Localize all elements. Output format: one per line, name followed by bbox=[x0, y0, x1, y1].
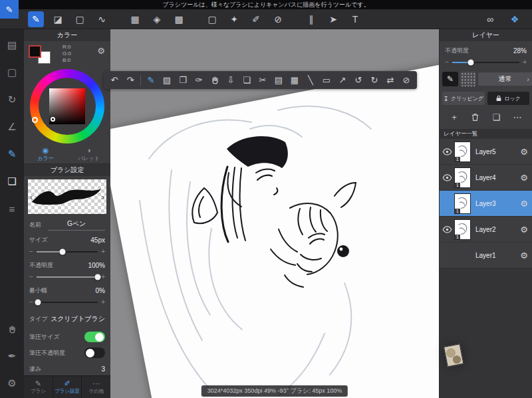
rotate-reset-icon[interactable]: ↻ bbox=[4, 92, 20, 108]
settings-icon[interactable]: ⚙ bbox=[4, 375, 20, 391]
slider-plus[interactable]: + bbox=[101, 249, 105, 255]
slider-handle[interactable] bbox=[59, 249, 65, 255]
export-icon[interactable]: ↗ bbox=[336, 74, 348, 86]
list-icon[interactable]: ≡ bbox=[4, 201, 20, 217]
select-eraser-tool[interactable]: ⊘ bbox=[270, 11, 286, 27]
slider-plus[interactable]: + bbox=[101, 299, 105, 306]
select-panel-icon[interactable]: ▢ bbox=[4, 64, 20, 80]
cut-icon[interactable]: ✂ bbox=[257, 74, 269, 86]
slider-minus[interactable]: − bbox=[29, 299, 33, 306]
tab-color[interactable]: ◉ カラー bbox=[24, 145, 67, 163]
slider-minus[interactable]: − bbox=[445, 59, 449, 66]
layer-visibility-toggle[interactable] bbox=[440, 174, 454, 181]
shape-tool-icon[interactable]: ▭ bbox=[321, 74, 332, 86]
brush-size-slider[interactable]: − + bbox=[29, 248, 105, 256]
windows-icon[interactable]: ❏ bbox=[4, 173, 20, 189]
layer-settings-icon[interactable]: ⚙ bbox=[520, 199, 528, 209]
hand-icon[interactable] bbox=[209, 74, 221, 86]
hand-tool-icon[interactable] bbox=[4, 321, 20, 337]
slider-track[interactable] bbox=[37, 276, 98, 278]
layer-row-layer4[interactable]: 1Layer4⚙ bbox=[440, 165, 532, 191]
transparent-color-icon[interactable]: ▨ bbox=[161, 74, 173, 86]
slider-plus[interactable]: + bbox=[101, 274, 105, 280]
eyedropper-icon[interactable]: ✑ bbox=[193, 74, 205, 86]
slider-track[interactable] bbox=[37, 251, 98, 252]
prev-brush-arrow[interactable]: ‹ bbox=[30, 192, 33, 202]
redo-icon[interactable]: ↷ bbox=[124, 74, 136, 86]
lock-button[interactable]: ロック bbox=[487, 92, 530, 105]
draw-mode-icon[interactable]: ✎ bbox=[145, 74, 157, 86]
operation-tool[interactable]: ➤ bbox=[325, 11, 341, 27]
layer-row-layer1[interactable]: Layer1⚙ bbox=[440, 243, 532, 268]
sv-indicator[interactable] bbox=[51, 117, 55, 122]
snap-tool[interactable]: ∥ bbox=[303, 11, 319, 27]
magic-wand-tool[interactable]: ✦ bbox=[226, 11, 242, 27]
swap-colors-icon[interactable]: ❐ bbox=[177, 74, 189, 86]
layer-row-layer2[interactable]: 1Layer2⚙ bbox=[440, 217, 532, 243]
duplicate-layer-button[interactable]: ❏ bbox=[489, 110, 503, 124]
pressure-size-toggle[interactable] bbox=[84, 332, 105, 342]
pressure-opacity-toggle[interactable] bbox=[84, 348, 105, 358]
brush-name-value[interactable]: Gペン bbox=[48, 219, 105, 231]
stylus-icon[interactable]: ✒ bbox=[4, 348, 20, 364]
bucket-tool[interactable]: ◈ bbox=[149, 11, 165, 27]
slider-track[interactable] bbox=[37, 302, 98, 303]
layer-visibility-toggle[interactable] bbox=[440, 148, 454, 155]
polyline-tool[interactable]: ∿ bbox=[94, 11, 110, 27]
undo-icon[interactable]: ↶ bbox=[108, 74, 120, 86]
tab-brush[interactable]: ✎ ブラシ bbox=[24, 376, 53, 398]
foreground-color-swatch[interactable] bbox=[29, 45, 41, 58]
slider-handle[interactable] bbox=[35, 300, 41, 306]
gradient-tool[interactable]: ▩ bbox=[171, 11, 187, 27]
line-tool-icon[interactable]: ╲ bbox=[305, 74, 317, 86]
blend-mode-select[interactable]: 通常 › bbox=[478, 72, 532, 86]
select-pen-tool[interactable]: ✐ bbox=[248, 11, 264, 27]
marquee-select-tool[interactable]: ▢ bbox=[72, 11, 88, 27]
slider-minus[interactable]: − bbox=[29, 249, 33, 255]
clipping-button[interactable]: ↧ クリッピング bbox=[442, 92, 485, 105]
material-halftone-button[interactable] bbox=[460, 72, 476, 86]
slider-handle[interactable] bbox=[95, 274, 101, 280]
duplicate-icon[interactable]: ❏ bbox=[241, 74, 253, 86]
tab-brush-settings[interactable]: ✐ ブラシ設定 bbox=[53, 376, 82, 398]
save-icon[interactable]: ⇩ bbox=[225, 74, 237, 86]
brush-preview[interactable]: ‹ › bbox=[28, 179, 106, 214]
add-layer-button[interactable]: + bbox=[448, 110, 461, 124]
tab-palette[interactable]: ◑ パレット bbox=[67, 145, 110, 163]
slider-track[interactable] bbox=[452, 62, 519, 63]
text-tool[interactable]: T bbox=[347, 11, 363, 27]
tab-others[interactable]: ⋯ その他 bbox=[82, 376, 110, 398]
paste-icon[interactable]: ▤ bbox=[273, 74, 285, 86]
eraser-tool[interactable]: ◪ bbox=[50, 11, 66, 27]
brush-minwidth-slider[interactable]: − + bbox=[29, 298, 105, 306]
panel-layers-icon[interactable]: ❖ bbox=[507, 11, 523, 27]
layer-opacity-slider[interactable]: − + bbox=[445, 58, 527, 66]
layer-settings-icon[interactable]: ⚙ bbox=[520, 147, 528, 157]
brush-tool[interactable]: ✎ bbox=[28, 11, 44, 27]
next-brush-arrow[interactable]: › bbox=[102, 192, 104, 202]
disable-icon[interactable]: ⊘ bbox=[400, 74, 412, 86]
color-settings-icon[interactable]: ⚙ bbox=[97, 46, 105, 56]
pages-icon[interactable]: ▤ bbox=[4, 37, 20, 53]
color-wheel[interactable] bbox=[30, 69, 104, 144]
slider-plus[interactable]: + bbox=[523, 59, 527, 66]
layer-row-layer5[interactable]: 1Layer5⚙ bbox=[440, 139, 532, 165]
edit-mode-button[interactable]: ✎ bbox=[0, 0, 19, 19]
material-pen-button[interactable]: ✎ bbox=[442, 72, 458, 86]
slider-minus[interactable]: − bbox=[29, 274, 33, 280]
hue-indicator[interactable] bbox=[32, 117, 38, 123]
layer-row-layer3[interactable]: 1Layer3⚙ bbox=[440, 191, 532, 217]
ruler-icon[interactable]: ∠ bbox=[4, 119, 20, 135]
brush-panel-icon[interactable]: ✎ bbox=[4, 146, 20, 162]
grid-icon[interactable]: ▦ bbox=[289, 74, 301, 86]
brush-opacity-slider[interactable]: − + bbox=[29, 273, 105, 281]
fill-tool[interactable]: ▦ bbox=[127, 11, 143, 27]
select-rect-tool[interactable]: ▢ bbox=[204, 11, 220, 27]
rotate-right-icon[interactable]: ↻ bbox=[368, 74, 380, 86]
flip-icon[interactable]: ⇄ bbox=[384, 74, 396, 86]
layer-settings-icon[interactable]: ⚙ bbox=[520, 225, 528, 235]
online-share-icon[interactable]: ∞ bbox=[482, 11, 498, 27]
slider-handle[interactable] bbox=[468, 60, 474, 66]
layer-visibility-toggle[interactable] bbox=[440, 226, 454, 233]
delete-layer-button[interactable] bbox=[469, 110, 482, 124]
